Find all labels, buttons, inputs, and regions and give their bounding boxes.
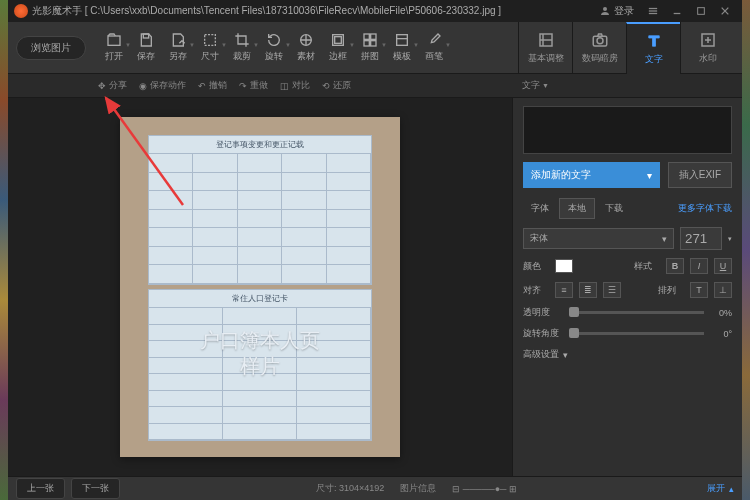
template-icon bbox=[394, 32, 410, 48]
rotate-slider[interactable] bbox=[569, 332, 704, 335]
font-size-input[interactable] bbox=[680, 227, 722, 250]
arrange-v-button[interactable]: ⊥ bbox=[714, 282, 732, 298]
underline-button[interactable]: U bbox=[714, 258, 732, 274]
svg-rect-17 bbox=[371, 41, 376, 46]
align-left-button[interactable]: ≡ bbox=[555, 282, 573, 298]
chevron-down-icon: ▼ bbox=[542, 82, 549, 89]
reset-button[interactable]: ⟲ 还原 bbox=[322, 79, 351, 92]
rotate-icon bbox=[266, 32, 282, 48]
tool-open[interactable]: 打开▼ bbox=[98, 32, 130, 63]
maximize-button[interactable] bbox=[690, 3, 712, 19]
tool-border[interactable]: 边框▼ bbox=[322, 32, 354, 63]
chevron-down-icon: ▾ bbox=[647, 170, 652, 181]
minimize-icon bbox=[672, 6, 682, 16]
tool-save[interactable]: 保存 bbox=[130, 32, 162, 63]
text-preview[interactable] bbox=[523, 106, 732, 154]
size-icon bbox=[202, 32, 218, 48]
tool-label: 拼图 bbox=[361, 50, 379, 63]
svg-rect-15 bbox=[371, 34, 376, 39]
tool-label: 模板 bbox=[393, 50, 411, 63]
opacity-value: 0% bbox=[710, 308, 732, 318]
align-center-button[interactable]: ≣ bbox=[579, 282, 597, 298]
browse-button[interactable]: 浏览图片 bbox=[16, 36, 86, 60]
align-right-button[interactable]: ☰ bbox=[603, 282, 621, 298]
tool-brush[interactable]: 画笔▼ bbox=[418, 32, 450, 63]
color-swatch[interactable] bbox=[555, 259, 573, 273]
italic-button[interactable]: I bbox=[690, 258, 708, 274]
opacity-label: 透明度 bbox=[523, 306, 563, 319]
undo-button[interactable]: ↶ 撤销 bbox=[198, 79, 227, 92]
document-page-1: 登记事项变更和更正记载 bbox=[148, 135, 372, 285]
color-label: 颜色 bbox=[523, 260, 549, 273]
tool-label: 打开 bbox=[105, 50, 123, 63]
svg-rect-16 bbox=[364, 41, 369, 46]
menu-button[interactable] bbox=[642, 3, 664, 19]
rotate-label: 旋转角度 bbox=[523, 327, 563, 340]
style-label: 样式 bbox=[634, 260, 660, 273]
bold-button[interactable]: B bbox=[666, 258, 684, 274]
tool-material[interactable]: 素材 bbox=[290, 32, 322, 63]
arrange-h-button[interactable]: T bbox=[690, 282, 708, 298]
align-label: 对齐 bbox=[523, 284, 549, 297]
tool-rotate[interactable]: 旋转▼ bbox=[258, 32, 290, 63]
tool-label: 旋转 bbox=[265, 50, 283, 63]
close-icon bbox=[720, 6, 730, 16]
share-button[interactable]: ✥ 分享 bbox=[98, 79, 127, 92]
compare-button[interactable]: ◫ 对比 bbox=[280, 79, 310, 92]
tool-size[interactable]: 尺寸▼ bbox=[194, 32, 226, 63]
tab-label: 数码暗房 bbox=[582, 52, 618, 65]
chevron-down-icon: ▾ bbox=[662, 234, 667, 244]
add-text-button[interactable]: 添加新的文字▾ bbox=[523, 162, 660, 188]
panel-title: 文字 bbox=[522, 79, 540, 92]
opacity-slider[interactable] bbox=[569, 311, 704, 314]
slider-thumb[interactable] bbox=[569, 328, 579, 338]
login-button[interactable]: 登录 bbox=[599, 4, 634, 18]
font-select[interactable]: 宋体▾ bbox=[523, 228, 674, 249]
expand-button[interactable]: 展开 ▴ bbox=[707, 482, 734, 495]
tool-label: 边框 bbox=[329, 50, 347, 63]
download-tab[interactable]: 下载 bbox=[597, 199, 631, 218]
tool-template[interactable]: 模板▼ bbox=[386, 32, 418, 63]
open-icon bbox=[106, 32, 122, 48]
zoom-controls[interactable]: ⊟ ─────●─ ⊞ bbox=[452, 484, 517, 494]
tool-label: 裁剪 bbox=[233, 50, 251, 63]
more-fonts-link[interactable]: 更多字体下载 bbox=[678, 202, 732, 215]
tab-watermark[interactable]: 水印 bbox=[680, 22, 734, 74]
prev-button[interactable]: 上一张 bbox=[16, 478, 65, 499]
main-toolbar: 浏览图片 打开▼ 保存 另存▼ 尺寸▼ 裁剪▼ 旋转▼ 素材 边框▼ 拼图▼ 模… bbox=[8, 22, 742, 74]
save-action-button[interactable]: ◉ 保存动作 bbox=[139, 79, 186, 92]
login-label: 登录 bbox=[614, 4, 634, 18]
tab-label: 水印 bbox=[699, 52, 717, 65]
tool-crop[interactable]: 裁剪▼ bbox=[226, 32, 258, 63]
local-tab[interactable]: 本地 bbox=[559, 198, 595, 219]
redo-label: 重做 bbox=[250, 79, 268, 92]
close-button[interactable] bbox=[714, 3, 736, 19]
minimize-button[interactable] bbox=[666, 3, 688, 19]
chevron-up-icon: ▴ bbox=[729, 484, 734, 494]
page1-title: 登记事项变更和更正记载 bbox=[149, 136, 371, 154]
file-path: [ C:\Users\xxb\Documents\Tencent Files\1… bbox=[85, 5, 501, 16]
advanced-settings[interactable]: 高级设置 ▾ bbox=[523, 348, 732, 361]
rotate-value: 0° bbox=[710, 329, 732, 339]
tab-basic[interactable]: 基本调整 bbox=[518, 22, 572, 74]
tab-darkroom[interactable]: 数码暗房 bbox=[572, 22, 626, 74]
tool-saveas[interactable]: 另存▼ bbox=[162, 32, 194, 63]
image-info-text: 图片信息 bbox=[400, 482, 436, 495]
menu-icon bbox=[648, 6, 658, 16]
chevron-down-icon: ▾ bbox=[563, 350, 568, 360]
compare-label: 对比 bbox=[292, 79, 310, 92]
tab-text[interactable]: 文字 bbox=[626, 22, 680, 74]
titlebar: 光影魔术手 [ C:\Users\xxb\Documents\Tencent F… bbox=[8, 0, 742, 22]
app-name: 光影魔术手 bbox=[32, 5, 82, 16]
tool-collage[interactable]: 拼图▼ bbox=[354, 32, 386, 63]
insert-exif-button[interactable]: 插入EXIF bbox=[668, 162, 732, 188]
font-tab[interactable]: 字体 bbox=[523, 199, 557, 218]
image-preview[interactable]: 登记事项变更和更正记载 常住人口登记卡 户口簿本人页 样片 bbox=[120, 117, 400, 457]
slider-thumb[interactable] bbox=[569, 307, 579, 317]
svg-rect-5 bbox=[698, 8, 705, 15]
next-button[interactable]: 下一张 bbox=[71, 478, 120, 499]
right-tabs: 基本调整 数码暗房 文字 水印 bbox=[518, 22, 734, 74]
statusbar: 上一张 下一张 尺寸: 3104×4192 图片信息 ⊟ ─────●─ ⊞ 展… bbox=[8, 476, 742, 500]
canvas-area[interactable]: 登记事项变更和更正记载 常住人口登记卡 户口簿本人页 样片 bbox=[8, 98, 512, 476]
redo-button[interactable]: ↷ 重做 bbox=[239, 79, 268, 92]
